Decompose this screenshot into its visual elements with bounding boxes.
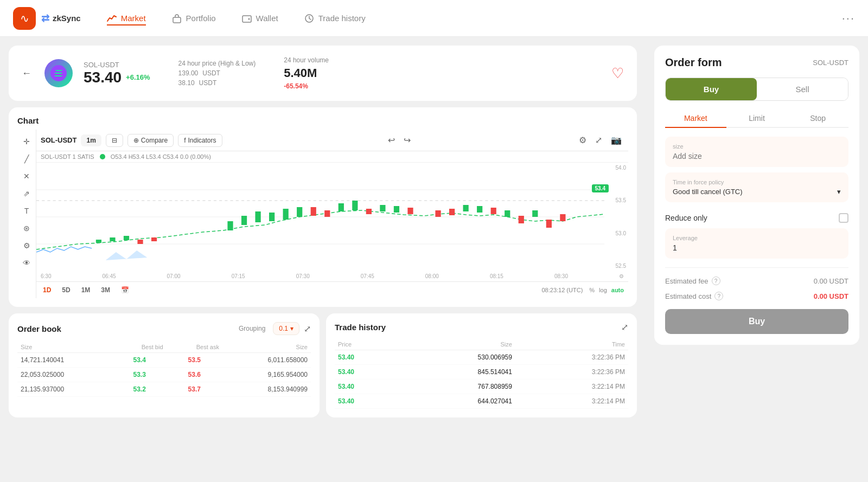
zksync-arrows-icon: ⇄ bbox=[41, 12, 49, 24]
nav-portfolio[interactable]: Portfolio bbox=[172, 11, 216, 25]
undo-btn[interactable]: ↩ bbox=[386, 133, 397, 147]
ob-size2: 6,011.658000 bbox=[222, 353, 311, 368]
nav-market[interactable]: Market bbox=[107, 11, 146, 25]
chart-bottom-bar: 1D 5D 1M 3M 📅 08:23:12 (UTC) % log auto bbox=[36, 281, 628, 298]
order-book-body: 14,721.140041 53.4 53.5 6,011.658000 22,… bbox=[17, 353, 311, 397]
volume-change: -65.54% bbox=[284, 82, 329, 90]
th-price-val: 53.40 bbox=[335, 380, 399, 394]
indicators-icon: f bbox=[184, 137, 186, 144]
calendar-btn[interactable]: 📅 bbox=[119, 285, 131, 295]
th-size-val: 845.514041 bbox=[399, 365, 515, 380]
estimated-fee-row: Estimated fee ? 0.00 USDT bbox=[665, 273, 848, 288]
chart-right-actions: ⚙ ⤢ 📷 bbox=[577, 133, 624, 147]
th-time-val: 3:22:14 PM bbox=[515, 380, 628, 394]
trade-history-card: Trade history ⤢ Price Size Time 53.40 53… bbox=[326, 313, 637, 417]
market-icon bbox=[107, 14, 117, 23]
back-button[interactable]: ← bbox=[22, 68, 31, 79]
auto-btn[interactable]: auto bbox=[611, 287, 624, 293]
order-type-tabs: Market Limit Stop bbox=[665, 110, 848, 128]
price-high-unit: USDT bbox=[202, 69, 220, 77]
log-btn[interactable]: log bbox=[599, 287, 607, 293]
price-low-row: 38.10 USDT bbox=[178, 79, 256, 87]
chart-fullscreen-btn[interactable]: ⤢ bbox=[593, 133, 604, 147]
token-price-value: 53.40 bbox=[84, 69, 122, 86]
svg-rect-16 bbox=[137, 240, 143, 244]
trade-history-body: 53.40 530.006959 3:22:36 PM 53.40 845.51… bbox=[335, 350, 628, 409]
tif-label: Time in force policy bbox=[673, 179, 841, 185]
period-1d[interactable]: 1D bbox=[41, 285, 53, 295]
nav-wallet[interactable]: Wallet bbox=[242, 11, 278, 25]
topnav: ∿ ⇄ zkSync Market Portfolio Wallet bbox=[0, 0, 868, 37]
main-layout: ← SOL-USDT 53.40 +6.16% 24 hour price (H… bbox=[0, 37, 868, 482]
ob-ask: 53.5 bbox=[167, 353, 222, 368]
text-tool[interactable]: T bbox=[22, 203, 31, 218]
chart-screenshot-btn[interactable]: 📷 bbox=[609, 133, 624, 147]
svg-rect-0 bbox=[173, 17, 181, 23]
tab-limit[interactable]: Limit bbox=[726, 110, 788, 128]
ray-tool[interactable]: ⇗ bbox=[21, 186, 32, 201]
volume-value: 5.40M bbox=[284, 66, 329, 80]
grouping-value: 0.1 bbox=[279, 325, 288, 332]
timeframe-selector[interactable]: 1m bbox=[81, 134, 101, 146]
cost-info-icon[interactable]: ? bbox=[714, 292, 723, 300]
ob-size: 22,053.025000 bbox=[17, 368, 113, 382]
tif-chevron-icon: ▾ bbox=[837, 188, 841, 196]
tif-selector[interactable]: Good till cancel (GTC) ▾ bbox=[673, 188, 841, 196]
volume-stats: 24 hour volume 5.40M -65.54% bbox=[284, 56, 329, 90]
buy-tab[interactable]: Buy bbox=[666, 78, 757, 100]
grouping-selector[interactable]: 0.1 ▾ bbox=[273, 322, 299, 335]
table-row: 22,053.025000 53.3 53.6 9,165.954000 bbox=[17, 368, 311, 382]
ohlc-bar: SOL-USDT 1 SATIS O53.4 H53.4 L53.4 C53.4… bbox=[36, 151, 628, 163]
svg-rect-58 bbox=[505, 210, 510, 217]
node-tool[interactable]: ⊛ bbox=[21, 221, 32, 236]
redo-btn[interactable]: ↪ bbox=[401, 133, 413, 147]
ob-size2: 9,165.954000 bbox=[222, 368, 311, 382]
svg-rect-36 bbox=[339, 203, 344, 211]
estimated-fee-value: 0.00 USDT bbox=[814, 277, 848, 285]
size-input[interactable] bbox=[673, 152, 841, 160]
ob-bid: 53.3 bbox=[113, 368, 167, 382]
ohlc-pair: SOL-USDT 1 SATIS bbox=[41, 153, 94, 160]
compare-btn[interactable]: ⊕ Compare bbox=[127, 134, 174, 147]
favorite-button[interactable]: ♡ bbox=[611, 65, 624, 82]
col-size2: Size bbox=[222, 342, 311, 353]
fee-info-icon[interactable]: ? bbox=[712, 277, 720, 285]
xline-tool[interactable]: ✕ bbox=[21, 169, 32, 184]
settings-tool[interactable]: ⚙ bbox=[21, 238, 33, 253]
camera-tool[interactable]: 👁 bbox=[21, 255, 33, 271]
svg-rect-28 bbox=[283, 209, 289, 220]
tab-market[interactable]: Market bbox=[665, 110, 726, 128]
sol-logo bbox=[50, 65, 67, 81]
nav-trade-history[interactable]: Trade history bbox=[304, 11, 366, 25]
buy-submit-button[interactable]: Buy bbox=[665, 309, 848, 334]
pct-btn[interactable]: % bbox=[589, 287, 595, 293]
col-best-ask: Best ask bbox=[167, 342, 222, 353]
period-3m[interactable]: 3M bbox=[99, 285, 112, 295]
tab-stop[interactable]: Stop bbox=[787, 110, 848, 128]
svg-rect-52 bbox=[463, 205, 469, 211]
candlestick-svg bbox=[36, 163, 604, 271]
trade-history-expand[interactable]: ⤢ bbox=[621, 322, 628, 332]
indicators-btn[interactable]: f Indicators bbox=[178, 134, 222, 147]
price-label-525: 52.5 bbox=[616, 263, 626, 269]
price-high-row: 139.00 USDT bbox=[178, 69, 256, 77]
svg-rect-48 bbox=[435, 210, 441, 217]
period-1m[interactable]: 1M bbox=[79, 285, 93, 295]
crosshair-tool[interactable]: ✛ bbox=[21, 134, 32, 149]
line-tool[interactable]: ╱ bbox=[22, 151, 31, 166]
sell-tab[interactable]: Sell bbox=[757, 78, 848, 100]
more-button[interactable]: ··· bbox=[842, 11, 855, 25]
chart-type-btn[interactable]: ⊟ bbox=[106, 134, 123, 147]
right-panel: Order form SOL-USDT Buy Sell Market Limi… bbox=[646, 37, 868, 482]
price-low: 38.10 bbox=[178, 79, 195, 87]
chart-opts: % log auto bbox=[589, 287, 624, 293]
reduce-only-checkbox[interactable] bbox=[839, 213, 848, 223]
price-label-54: 54.0 bbox=[616, 165, 626, 171]
period-5d[interactable]: 5D bbox=[60, 285, 72, 295]
order-form-pair: SOL-USDT bbox=[813, 59, 848, 67]
order-book-expand[interactable]: ⤢ bbox=[304, 324, 311, 334]
price-stats-label: 24 hour price (High & Low) bbox=[178, 60, 256, 67]
svg-rect-18 bbox=[151, 237, 157, 241]
svg-rect-50 bbox=[449, 209, 455, 215]
chart-settings-btn[interactable]: ⚙ bbox=[577, 133, 589, 147]
